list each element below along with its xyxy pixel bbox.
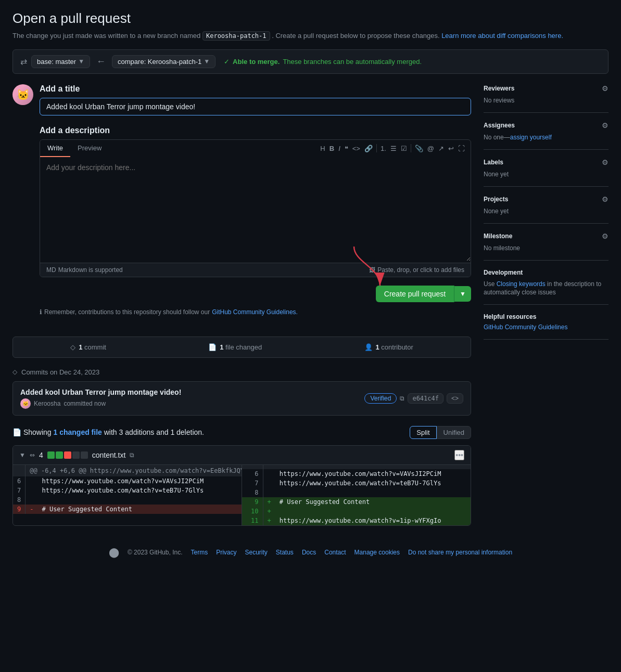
learn-more-link[interactable]: Learn more about diff comparisons here. <box>441 32 563 40</box>
write-tab[interactable]: Write <box>40 140 70 157</box>
footer-privacy-link[interactable]: Privacy <box>216 549 236 556</box>
description-textarea[interactable] <box>40 157 471 261</box>
diff-line: 8 <box>13 495 242 505</box>
file-icon: 📄 <box>208 343 217 351</box>
expand-icon[interactable]: ⇔ <box>30 451 35 459</box>
community-guidelines-link[interactable]: GitHub Community Guidelines. <box>212 308 298 316</box>
footer-manage-cookies-link[interactable]: Manage cookies <box>354 549 400 556</box>
changed-file-link[interactable]: 1 changed file <box>53 428 102 436</box>
copy-filename-button[interactable]: ⧉ <box>130 451 134 459</box>
commit-author-avatar: 🐱 <box>20 398 31 409</box>
assignees-section: Assignees ⚙ No one—assign yourself <box>484 113 609 150</box>
milestone-title: Milestone <box>484 232 512 240</box>
diff-line: 7 https://www.youtube.com/watch?v=teB7U-… <box>13 486 242 495</box>
ref-btn[interactable]: ↗ <box>437 144 446 153</box>
verified-badge: Verified <box>364 393 397 404</box>
commit-row: Added kool Urban Terror jump montage vid… <box>12 381 471 416</box>
markdown-icon: MD <box>46 266 56 274</box>
deletion-square <box>64 451 71 459</box>
footer-docs-link[interactable]: Docs <box>302 549 316 556</box>
projects-section: Projects ⚙ None yet <box>484 187 609 224</box>
assignees-gear-button[interactable]: ⚙ <box>602 121 609 130</box>
heading-btn[interactable]: H <box>319 144 326 153</box>
ordered-list-btn[interactable]: 1. <box>379 144 388 153</box>
closing-keywords-link[interactable]: Closing keywords <box>497 280 546 288</box>
italic-btn[interactable]: I <box>337 144 342 153</box>
diff-left-pane: @@ -6,4 +6,6 @@ https://www.youtube.com/… <box>13 465 242 525</box>
helpful-resources-title: Helpful resources <box>484 313 536 320</box>
diff-file-menu-button[interactable]: ••• <box>454 450 464 460</box>
add-description-label: Add a description <box>40 126 471 135</box>
committed-text: committed now <box>64 400 106 407</box>
create-pull-request-button[interactable]: Create pull request <box>376 286 454 302</box>
quote-btn[interactable]: ❝ <box>343 144 350 153</box>
unordered-list-btn[interactable]: ☰ <box>389 144 398 153</box>
compare-branch-button[interactable]: compare: Keroosha-patch-1 ▼ <box>112 55 216 68</box>
description-editor: Write Preview H B I ❝ <> 🔗 <box>40 139 471 277</box>
commits-section: Commits on Dec 24, 2023 Added kool Urban… <box>12 368 471 416</box>
projects-gear-button[interactable]: ⚙ <box>602 195 609 203</box>
unified-view-button[interactable]: Unified <box>437 426 471 439</box>
code-btn[interactable]: <> <box>351 144 362 153</box>
create-pr-dropdown-button[interactable]: ▼ <box>454 286 471 302</box>
info-icon: ℹ <box>40 308 42 316</box>
commits-date: Commits on Dec 24, 2023 <box>12 368 471 376</box>
additions-indicator: 4 <box>39 451 43 459</box>
attach-btn[interactable]: 📎 <box>413 144 425 153</box>
footer-contact-link[interactable]: Contact <box>324 549 346 556</box>
diff-line: 6 https://www.youtube.com/watch?v=VAVsJI… <box>13 476 242 486</box>
page-subtitle: The change you just made was written to … <box>12 31 609 41</box>
remember-text: ℹ Remember, contributions to this reposi… <box>40 308 471 316</box>
milestone-gear-button[interactable]: ⚙ <box>602 232 609 240</box>
merge-status: ✓ Able to merge. These branches can be a… <box>224 58 422 66</box>
commit-icon: ◇ <box>70 343 75 351</box>
add-title-label: Add a title <box>40 84 471 94</box>
commit-info: Added kool Urban Terror jump montage vid… <box>20 388 364 409</box>
collapse-button[interactable]: ▼ <box>19 451 26 459</box>
assign-yourself-link[interactable]: assign yourself <box>510 134 552 141</box>
undo-btn[interactable]: ↩ <box>447 144 455 153</box>
community-guidelines-sidebar-link[interactable]: GitHub Community Guidelines <box>484 324 609 331</box>
diff-hunk-header-right <box>242 465 471 469</box>
copy-hash-button[interactable]: ⧉ <box>400 395 404 402</box>
link-btn[interactable]: 🔗 <box>363 144 374 153</box>
commit-hash: e641c4f <box>408 393 443 404</box>
commit-author: 🐱 Keroosha committed now <box>20 398 364 409</box>
bold-btn[interactable]: B <box>328 144 336 153</box>
filename: content.txt <box>92 451 126 459</box>
task-list-btn[interactable]: ☑ <box>399 144 409 153</box>
mention-btn[interactable]: @ <box>426 144 436 153</box>
github-logo: ⬤ <box>109 547 119 558</box>
diff-section: 📄 Showing 1 changed file with 3 addition… <box>12 426 471 526</box>
footer-terms-link[interactable]: Terms <box>191 549 208 556</box>
addition-square-1 <box>47 451 55 459</box>
diff-right-table: 6 https://www.youtube.com/watch?v=VAVsJI… <box>242 465 471 525</box>
person-icon: 👤 <box>364 343 373 351</box>
title-input[interactable] <box>40 98 471 115</box>
reviewers-section: Reviewers ⚙ No reviews <box>484 84 609 113</box>
labels-value: None yet <box>484 171 509 178</box>
development-section: Development Use Closing keywords in the … <box>484 261 609 305</box>
footer-status-link[interactable]: Status <box>276 549 294 556</box>
page-title: Open a pull request <box>12 10 609 27</box>
diff-right-pane: 6 https://www.youtube.com/watch?v=VAVsJI… <box>242 465 471 525</box>
preview-tab[interactable]: Preview <box>70 140 109 157</box>
diff-added-line-11: 11 + https://www.youtube.com/watch?v=1ip… <box>242 516 471 525</box>
neutral-square-2 <box>81 451 88 459</box>
fullscreen-btn[interactable]: ⛶ <box>457 144 466 153</box>
file-icon-diff: 📄 <box>12 428 21 436</box>
footer-security-link[interactable]: Security <box>245 549 267 556</box>
labels-gear-button[interactable]: ⚙ <box>602 158 609 166</box>
base-branch-button[interactable]: base: master ▼ <box>31 55 90 68</box>
avatar: 🐱 <box>12 84 33 105</box>
copyright: © 2023 GitHub, Inc. <box>128 549 183 556</box>
diff-line-right: 6 https://www.youtube.com/watch?v=VAVsJI… <box>242 469 471 479</box>
branch-dots-button[interactable]: ← <box>94 56 108 67</box>
split-view-button[interactable]: Split <box>410 426 436 439</box>
sidebar: Reviewers ⚙ No reviews Assignees ⚙ No on… <box>484 84 609 340</box>
reviewers-gear-button[interactable]: ⚙ <box>602 84 609 93</box>
browse-code-button[interactable]: <> <box>447 393 463 404</box>
footer-do-not-share-link[interactable]: Do not share my personal information <box>408 549 512 556</box>
diff-file-container: ▼ ⇔ 4 content.txt ⧉ <box>12 445 471 526</box>
stat-files: 📄 1 file changed <box>208 343 262 351</box>
